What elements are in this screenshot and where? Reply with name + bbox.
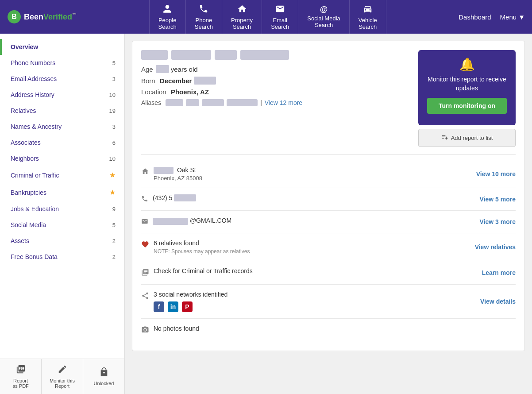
nav-phone-line1: Phone: [196, 17, 212, 23]
relatives-section: 6 relatives found NOTE: Spouses may appe…: [141, 233, 516, 261]
sidebar-label-phone: Phone Numbers: [11, 59, 55, 66]
sidebar-label-address: Address History: [11, 91, 54, 98]
monitor-label: Monitor this Report: [50, 378, 75, 389]
nav-people-line1: People: [158, 17, 176, 23]
sidebar-label-email: Email Addresses: [11, 75, 57, 82]
logo-tm: ™: [72, 12, 77, 17]
sidebar-item-address-history[interactable]: Address History 10: [0, 87, 124, 103]
sidebar-item-social-media[interactable]: Social Media 5: [0, 217, 124, 233]
age-value: years old: [171, 66, 198, 73]
nav-social-line1: Social Media: [307, 15, 340, 22]
view-more-email-link[interactable]: View 3 more: [480, 218, 516, 225]
email-data-icon: [141, 218, 148, 227]
nav-phone-search[interactable]: Phone Search: [186, 0, 222, 34]
monitor-report-button[interactable]: Monitor this Report: [42, 359, 83, 394]
unlock-icon: [99, 367, 109, 379]
sidebar-label-relatives: Relatives: [11, 107, 36, 114]
sidebar-count-names: 3: [112, 124, 116, 130]
nav-social-search[interactable]: @ Social Media Search: [298, 0, 349, 34]
report-pdf-button[interactable]: Report as PDF: [0, 359, 42, 394]
view-social-details-link[interactable]: View details: [480, 298, 516, 305]
turn-monitoring-on-button[interactable]: Turn monitoring on: [427, 98, 507, 114]
monitor-icon: [58, 364, 67, 376]
nav-property-line1: Property: [231, 17, 253, 23]
age-label: Age: [141, 66, 153, 73]
location-value: Phoenix, AZ: [171, 88, 209, 96]
address-street: Oak St: [177, 166, 196, 174]
view-more-phone-link[interactable]: View 5 more: [480, 196, 516, 203]
phone-section: (432) 5 View 5 more: [141, 188, 516, 210]
relatives-content: 6 relatives found NOTE: Spouses may appe…: [154, 239, 466, 255]
facebook-icon[interactable]: f: [154, 301, 164, 312]
address-number-blur: [154, 167, 173, 174]
sidebar-item-email-addresses[interactable]: Email Addresses 3: [0, 71, 124, 87]
alias-separator: |: [260, 99, 262, 106]
share-icon: [141, 292, 149, 301]
sidebar-item-assets[interactable]: Assets 2: [0, 233, 124, 249]
view-more-aliases-link[interactable]: View 12 more: [265, 99, 302, 106]
nav-vehicle-search[interactable]: Vehicle Search: [350, 0, 386, 34]
criminal-content: Check for Criminal or Traffic records: [154, 267, 473, 274]
sidebar-item-overview[interactable]: Overview: [0, 39, 124, 55]
sidebar-item-criminal-traffic[interactable]: Criminal or Traffic ★: [0, 166, 124, 184]
monitor-box: 🔔 Monitor this report to receive updates…: [418, 50, 516, 125]
pinterest-icon[interactable]: P: [182, 301, 193, 312]
sidebar-item-neighbors[interactable]: Neighbors 10: [0, 151, 124, 166]
relatives-count: 6 relatives found: [154, 239, 466, 247]
age-blur: [156, 65, 169, 73]
sidebar-label-criminal: Criminal or Traffic: [11, 172, 59, 179]
alias-blur-1: [166, 99, 183, 106]
sidebar-item-names-ancestry[interactable]: Names & Ancestry 3: [0, 119, 124, 135]
unlocked-button[interactable]: Unlocked: [83, 359, 124, 394]
sidebar-item-associates[interactable]: Associates 6: [0, 135, 124, 151]
criminal-label: Check for Criminal or Traffic records: [154, 267, 473, 274]
social-data-left: 3 social networks identified f in P: [141, 291, 471, 312]
sidebar-count-relatives: 19: [109, 108, 116, 114]
top-section: Age years old Born December Location Pho…: [141, 50, 516, 147]
logo[interactable]: B BeenVerified™: [7, 10, 77, 24]
view-more-address-link[interactable]: View 10 more: [476, 170, 516, 178]
divider-1: [141, 154, 516, 155]
vehicle-icon: [363, 4, 373, 15]
social-icon: @: [320, 5, 328, 13]
social-count: 3 social networks identified: [154, 291, 471, 298]
sidebar-count-social: 5: [112, 222, 116, 228]
sidebar-label-names: Names & Ancestry: [11, 123, 62, 130]
right-actions: 🔔 Monitor this report to receive updates…: [409, 50, 516, 147]
criminal-section: Check for Criminal or Traffic records Le…: [141, 261, 516, 284]
photos-content: No photos found: [154, 325, 516, 332]
sidebar-item-relatives[interactable]: Relatives 19: [0, 103, 124, 119]
sidebar-label-jobs: Jobs & Education: [11, 205, 59, 212]
sidebar-label-neighbors: Neighbors: [11, 155, 39, 162]
nav-email-search[interactable]: Email Search: [262, 0, 298, 34]
unlocked-label: Unlocked: [94, 381, 114, 386]
nav-vehicle-line1: Vehicle: [359, 17, 377, 23]
logo-verified: Verified: [43, 12, 72, 21]
social-section: 3 social networks identified f in P View…: [141, 284, 516, 318]
menu-button[interactable]: Menu ▼: [500, 13, 525, 21]
nav-property-search[interactable]: Property Search: [222, 0, 262, 34]
add-list-label: Add report to list: [451, 135, 493, 141]
alias-blur-3: [202, 99, 224, 106]
linkedin-icon[interactable]: in: [168, 301, 178, 312]
dashboard-link[interactable]: Dashboard: [459, 13, 491, 21]
sidebar-item-phone-numbers[interactable]: Phone Numbers 5: [0, 55, 124, 71]
address-data-left: Oak St Phoenix, AZ 85008: [141, 166, 467, 182]
learn-more-criminal-link[interactable]: Learn more: [482, 269, 516, 276]
sidebar-item-jobs-education[interactable]: Jobs & Education 9: [0, 201, 124, 217]
view-relatives-link[interactable]: View relatives: [475, 243, 516, 251]
phone-prefix: (432) 5: [153, 194, 172, 201]
sidebar-nav: Overview Phone Numbers 5 Email Addresses…: [0, 34, 124, 359]
email-data-left: @GMAIL.COM: [141, 217, 471, 227]
nav-vehicle-line2: Search: [359, 23, 377, 30]
email-section: @GMAIL.COM View 3 more: [141, 210, 516, 233]
born-row: Born December: [141, 77, 409, 85]
sidebar-item-bankruptcies[interactable]: Bankruptcies ★: [0, 184, 124, 201]
sidebar-item-free-bonus[interactable]: Free Bonus Data 2: [0, 249, 124, 265]
svg-text:B: B: [12, 13, 17, 20]
add-to-list-button[interactable]: Add report to list: [418, 129, 516, 147]
page-body: Overview Phone Numbers 5 Email Addresses…: [0, 34, 532, 394]
sidebar-count-associates: 6: [112, 139, 116, 146]
nav-people-search[interactable]: People Search: [149, 0, 186, 34]
name-blur-2: [171, 50, 211, 60]
